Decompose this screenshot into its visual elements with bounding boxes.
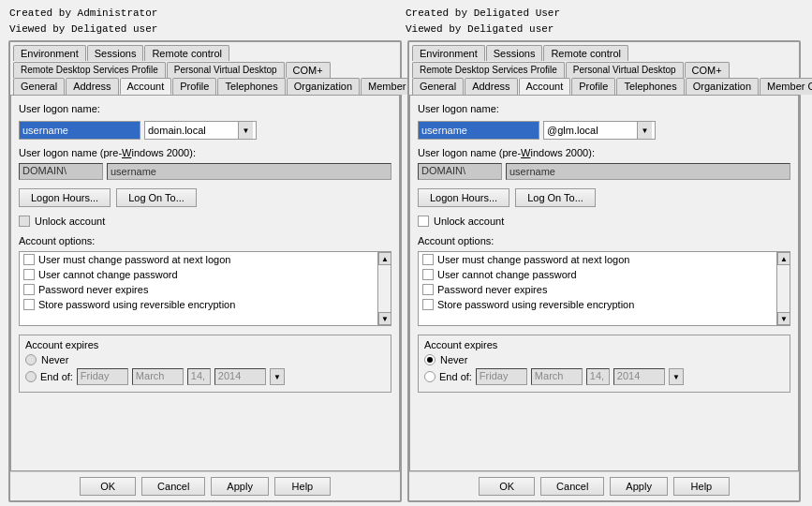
tab-telephones-right[interactable]: Telephones (616, 78, 684, 95)
left-cancel-button[interactable]: Cancel (141, 477, 205, 496)
left-prewin-row: DOMAIN\ (19, 163, 391, 180)
left-date-year: 2014 (214, 368, 266, 385)
left-never-radio[interactable] (25, 354, 37, 365)
right-scroll-up-icon[interactable]: ▲ (777, 252, 790, 265)
left-dropdown-arrow-icon[interactable]: ▼ (238, 122, 253, 139)
right-scroll-track (777, 265, 790, 312)
right-options-scrollbar[interactable]: ▲ ▼ (776, 252, 790, 325)
right-ok-button[interactable]: OK (479, 477, 535, 496)
left-options-scrollbar[interactable]: ▲ ▼ (377, 252, 391, 325)
left-tab-row-2: Remote Desktop Services Profile Personal… (13, 62, 397, 78)
right-username-input[interactable] (418, 121, 539, 140)
right-option3-checkbox[interactable] (422, 284, 434, 295)
right-unlock-checkbox[interactable] (418, 216, 429, 227)
right-cancel-button[interactable]: Cancel (540, 477, 604, 496)
right-logon-hours-button[interactable]: Logon Hours... (418, 188, 509, 207)
right-header: Created by Deligated User Viewed by Deli… (406, 6, 803, 37)
left-never-label: Never (41, 354, 68, 365)
tab-address-right[interactable]: Address (465, 78, 517, 95)
right-prewin-username-input[interactable] (506, 163, 790, 180)
left-account-options-box: User must change password at next logon … (19, 251, 391, 326)
right-tab-row-1: Environment Sessions Remote control (412, 45, 796, 61)
right-account-options-box: User must change password at next logon … (418, 251, 790, 326)
left-tab-row-3: General Address Account Profile Telephon… (13, 78, 397, 95)
tab-com-right[interactable]: COM+ (685, 62, 730, 78)
tab-account-right[interactable]: Account (519, 78, 571, 95)
right-never-radio[interactable] (424, 354, 436, 365)
left-scroll-track (378, 265, 391, 312)
left-scroll-down-icon[interactable]: ▼ (378, 312, 391, 325)
tab-profile-right[interactable]: Profile (571, 78, 615, 95)
left-account-expires-box: Account expires Never End of: Friday Mar… (19, 335, 391, 393)
left-prewin-username-input[interactable] (107, 163, 391, 180)
left-logon-to-button[interactable]: Log On To... (116, 188, 197, 207)
left-domain-dropdown[interactable]: domain.local ▼ (144, 121, 257, 140)
left-endof-radio[interactable] (25, 371, 37, 382)
tab-profile-left[interactable]: Profile (172, 78, 216, 95)
left-logon-button-row: Logon Hours... Log On To... (19, 188, 391, 207)
left-date-day: Friday (77, 368, 128, 385)
left-scroll-up-icon[interactable]: ▲ (378, 252, 391, 265)
tab-pvd-right[interactable]: Personal Virtual Desktop (566, 62, 684, 78)
left-option2-checkbox[interactable] (23, 269, 35, 280)
right-endof-row: End of: Friday March 14, 2014 ▼ (424, 368, 784, 385)
left-bottom-buttons: OK Cancel Apply Help (10, 471, 400, 500)
right-never-label: Never (440, 354, 467, 365)
tab-rdsp-right[interactable]: Remote Desktop Services Profile (412, 62, 565, 78)
right-option2-checkbox[interactable] (422, 269, 434, 280)
right-scroll-down-icon[interactable]: ▼ (777, 312, 790, 325)
tab-telephones-left[interactable]: Telephones (217, 78, 285, 95)
tab-remote-control-left[interactable]: Remote control (144, 45, 229, 61)
right-apply-button[interactable]: Apply (610, 477, 668, 496)
left-option-2: User cannot change password (20, 267, 391, 282)
left-domain-value: domain.local (148, 125, 238, 136)
left-user-logon-label: User logon name: (19, 103, 391, 114)
tab-address-left[interactable]: Address (66, 78, 118, 95)
right-domain-dropdown[interactable]: @glm.local ▼ (543, 121, 656, 140)
left-option4-checkbox[interactable] (23, 299, 35, 310)
right-help-button[interactable]: Help (673, 477, 730, 496)
tab-environment-left[interactable]: Environment (13, 45, 86, 61)
left-endof-label: End of: (40, 371, 73, 382)
right-tab-row-3: General Address Account Profile Telephon… (412, 78, 796, 95)
left-help-button[interactable]: Help (274, 477, 331, 496)
tab-pvd-left[interactable]: Personal Virtual Desktop (167, 62, 285, 78)
left-option-3: Password never expires (20, 282, 391, 297)
tab-account-left[interactable]: Account (120, 78, 172, 95)
left-header: Created by Administrator Viewed by Delig… (9, 6, 406, 37)
right-option4-checkbox[interactable] (422, 299, 434, 310)
tab-remote-control-right[interactable]: Remote control (543, 45, 628, 61)
left-logon-hours-button[interactable]: Logon Hours... (19, 188, 111, 207)
tab-general-left[interactable]: General (13, 78, 65, 95)
left-ok-button[interactable]: OK (80, 477, 136, 496)
right-endof-radio[interactable] (424, 371, 436, 382)
tab-rdsp-left[interactable]: Remote Desktop Services Profile (13, 62, 166, 78)
left-prewin-domain: DOMAIN\ (19, 163, 103, 180)
left-endof-row: End of: Friday March 14, 2014 ▼ (25, 368, 385, 385)
left-date-daynum: 14, (187, 368, 211, 385)
left-unlock-checkbox[interactable] (19, 216, 30, 227)
right-user-logon-label: User logon name: (418, 103, 790, 114)
left-option3-checkbox[interactable] (23, 284, 35, 295)
right-unlock-row: Unlock account (418, 216, 790, 227)
right-dropdown-arrow-icon[interactable]: ▼ (637, 122, 652, 139)
left-username-input[interactable] (19, 121, 140, 140)
right-date-arrow-icon[interactable]: ▼ (669, 368, 684, 385)
left-date-arrow-icon[interactable]: ▼ (270, 368, 285, 385)
right-option-2: User cannot change password (419, 267, 790, 282)
tab-com-left[interactable]: COM+ (286, 62, 331, 78)
tab-organization-right[interactable]: Organization (686, 78, 759, 95)
tab-memberof-right[interactable]: Member Of (760, 78, 812, 95)
tab-sessions-right[interactable]: Sessions (486, 45, 543, 61)
tab-sessions-left[interactable]: Sessions (87, 45, 144, 61)
left-apply-button[interactable]: Apply (211, 477, 269, 496)
tab-general-right[interactable]: General (412, 78, 464, 95)
tab-environment-right[interactable]: Environment (412, 45, 485, 61)
tab-organization-left[interactable]: Organization (287, 78, 360, 95)
left-option1-checkbox[interactable] (23, 254, 35, 265)
right-unlock-label: Unlock account (434, 216, 504, 227)
right-account-expires-box: Account expires Never End of: Friday Mar… (418, 335, 790, 393)
right-prewin-domain: DOMAIN\ (418, 163, 502, 180)
right-option1-checkbox[interactable] (422, 254, 434, 265)
right-logon-to-button[interactable]: Log On To... (515, 188, 596, 207)
